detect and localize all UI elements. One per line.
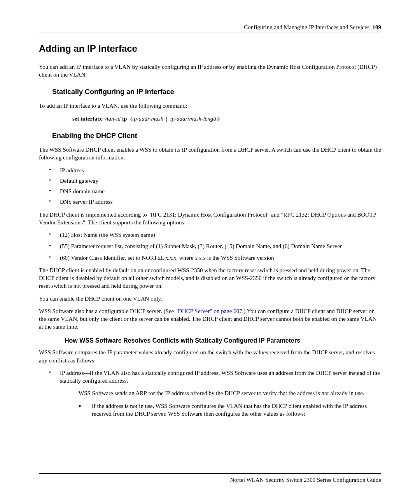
page-footer: Nortel WLAN Security Switch 2300 Series …: [39, 473, 381, 484]
list-item: DNS domain name: [39, 187, 381, 195]
intro-paragraph: You can add an IP interface to a VLAN by…: [39, 63, 381, 79]
cmd-ip-addr-mask: ip-addr mask: [132, 116, 163, 122]
dhcp-info-list: IP address Default gateway DNS domain na…: [39, 166, 381, 206]
dhcp-options-list: (12) Host Name (the WSS system name) (55…: [39, 231, 381, 262]
list-item: Default gateway: [39, 177, 381, 185]
dhcp-p4: You can enable the DHCP client on one VL…: [39, 295, 381, 303]
command-syntax: set interface vlan-id ip {ip-addr mask |…: [72, 115, 381, 122]
list-item: (12) Host Name (the WSS system name): [39, 231, 381, 239]
cmd-pipe: |: [166, 116, 167, 122]
resolve-heading: How WSS Software Resolves Conflicts with…: [65, 336, 381, 345]
resolve-p1: WSS Software compares the IP parameter v…: [39, 348, 381, 364]
opt3-mid: , where: [176, 255, 195, 261]
list-item: IP address—If the VLAN also has a static…: [39, 369, 381, 385]
p5-pre: WSS Software also has a configurable DHC…: [39, 308, 175, 314]
cmd-mask-length: mask-length: [189, 116, 218, 122]
page-header: Configuring and Managing IP Interfaces a…: [39, 23, 381, 33]
list-item: (55) Parameter request list, consisting …: [39, 242, 381, 250]
resolve-sub-p: WSS Software sends an ARP for the IP add…: [79, 389, 381, 397]
dhcp-p1: The WSS Software DHCP client enables a W…: [39, 146, 381, 162]
page-number: 109: [373, 24, 382, 30]
cmd-set-interface: set interface: [72, 116, 103, 122]
static-config-heading: Statically Configuring an IP Interface: [52, 87, 381, 96]
opt3-post: is the WSS Software version: [206, 255, 274, 261]
dhcp-p3: The DHCP client is enabled by default on…: [39, 266, 381, 290]
list-item: DNS server IP address: [39, 198, 381, 206]
list-item: If the address is not in use, WSS Softwa…: [79, 402, 381, 418]
dhcp-server-link[interactable]: "DHCP Server" on page 607: [175, 308, 242, 314]
dhcp-p2: The DHCP client is implemented according…: [39, 211, 381, 227]
opt3-xxx: x.x.x: [166, 255, 176, 261]
list-item: IP address: [39, 166, 381, 174]
resolve-list: IP address—If the VLAN also has a static…: [39, 369, 381, 385]
opt3-pre: (60) Vendor Class Identifier, set to NOR…: [60, 255, 166, 261]
dhcp-p5: WSS Software also has a configurable DHC…: [39, 307, 381, 331]
cmd-ip-addr: ip-addr: [170, 116, 187, 122]
list-item: (60) Vendor Class Identifier, set to NOR…: [39, 254, 381, 262]
cmd-vlan-id: vlan-id: [104, 116, 121, 122]
cmd-brace-close: }: [218, 116, 220, 122]
static-config-text: To add an IP interface to a VLAN, use th…: [39, 102, 381, 110]
page-title: Adding an IP Interface: [39, 42, 381, 55]
cmd-ip: ip: [122, 116, 127, 122]
header-text: Configuring and Managing IP Interfaces a…: [244, 24, 369, 30]
resolve-sub-list: If the address is not in use, WSS Softwa…: [79, 402, 381, 418]
opt3-xxx2: x.x.x: [195, 255, 205, 261]
resolve-sub-block: WSS Software sends an ARP for the IP add…: [79, 389, 381, 418]
dhcp-heading: Enabling the DHCP Client: [52, 131, 381, 140]
